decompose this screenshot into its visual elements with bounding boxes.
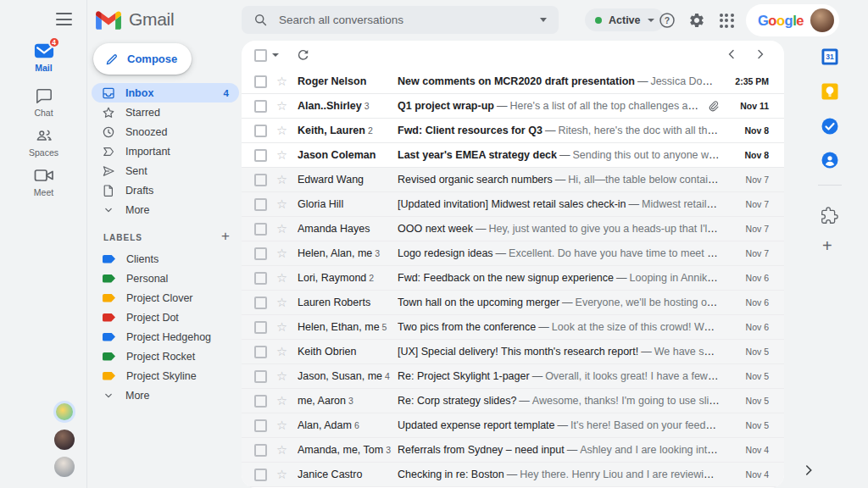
status-selector[interactable]: Active — [585, 8, 665, 31]
star-icon[interactable]: ☆ — [276, 223, 291, 236]
select-all-checkbox[interactable] — [254, 49, 267, 62]
star-icon[interactable]: ☆ — [276, 100, 291, 113]
sidebar-item-drafts[interactable]: Drafts — [92, 180, 239, 200]
older-page-button[interactable] — [754, 47, 769, 63]
email-row[interactable]: ☆Alan..Shirley3Q1 project wrap-up—Here's… — [242, 94, 784, 119]
contacts-button[interactable] — [821, 151, 839, 169]
compose-button[interactable]: Compose — [93, 43, 192, 75]
sidebar-item-inbox[interactable]: Inbox4 — [92, 83, 239, 103]
email-row[interactable]: ☆Helen, Alan, me3Logo redesign ideas—Exc… — [242, 241, 784, 266]
sidebar-item-snoozed[interactable]: Snoozed — [92, 122, 239, 141]
email-checkbox[interactable] — [254, 321, 267, 334]
subject-snippet-separator: — — [626, 198, 643, 210]
email-checkbox[interactable] — [254, 174, 267, 186]
star-icon[interactable]: ☆ — [276, 272, 291, 285]
email-row[interactable]: ☆Edward WangRevised organic search numbe… — [242, 168, 784, 192]
email-row[interactable]: ☆Helen, Ethan, me5Two pics from the conf… — [242, 315, 784, 340]
email-checkbox[interactable] — [254, 469, 267, 481]
star-icon[interactable]: ☆ — [276, 469, 291, 481]
email-row[interactable]: ☆Roger NelsonNew comments on MCR2020 dra… — [242, 69, 784, 94]
tasks-button[interactable] — [821, 117, 839, 136]
newer-page-button[interactable] — [725, 47, 740, 63]
email-checkbox[interactable] — [254, 346, 267, 358]
help-button[interactable]: ? — [658, 11, 676, 30]
expand-side-panel-button[interactable] — [801, 463, 816, 478]
star-icon[interactable]: ☆ — [276, 395, 291, 408]
star-icon[interactable]: ☆ — [276, 419, 291, 432]
get-addons-button[interactable] — [821, 207, 838, 225]
email-checkbox[interactable] — [254, 149, 267, 162]
star-icon[interactable]: ☆ — [276, 198, 291, 211]
google-apps-button[interactable] — [717, 11, 736, 30]
create-label-button[interactable]: + — [218, 230, 233, 245]
star-icon[interactable]: ☆ — [276, 346, 291, 358]
email-checkbox[interactable] — [254, 247, 267, 260]
email-checkbox[interactable] — [254, 75, 267, 88]
select-options-caret-icon[interactable] — [272, 53, 279, 57]
email-checkbox[interactable] — [254, 223, 267, 236]
search-input[interactable]: Search all conversations — [242, 6, 559, 34]
label-item-personal[interactable]: Personal — [92, 269, 239, 288]
label-item-project-rocket[interactable]: Project Rocket — [92, 347, 239, 366]
email-row[interactable]: ☆Janice CastroChecking in re: Boston—Hey… — [242, 463, 784, 487]
email-checkbox[interactable] — [254, 100, 267, 113]
email-row[interactable]: ☆Lauren RobertsTown hall on the upcoming… — [242, 291, 784, 315]
star-icon[interactable]: ☆ — [276, 149, 291, 162]
star-icon[interactable]: ☆ — [276, 247, 291, 260]
contact-avatar[interactable] — [53, 401, 75, 423]
contact-avatar[interactable] — [54, 457, 75, 477]
email-row[interactable]: ☆Keith, Lauren2Fwd: Client resources for… — [242, 119, 784, 143]
email-row[interactable]: ☆Keith Obrien[UX] Special delivery! This… — [242, 340, 784, 364]
email-checkbox[interactable] — [254, 444, 267, 457]
label-item-project-hedgehog[interactable]: Project Hedgehog — [92, 327, 239, 347]
email-checkbox[interactable] — [254, 272, 267, 285]
star-icon[interactable]: ☆ — [276, 370, 291, 383]
rail-item-mail[interactable]: 4Mail — [0, 42, 87, 73]
label-item-project-skyline[interactable]: Project Skyline — [92, 366, 239, 385]
star-icon[interactable]: ☆ — [276, 321, 291, 334]
email-row[interactable]: ☆Amanda HayesOOO next week—Hey, just wan… — [242, 217, 784, 241]
email-row[interactable]: ☆Lori, Raymond2Fwd: Feedback on the new … — [242, 266, 784, 291]
account-pill[interactable]: Google — [746, 4, 839, 36]
star-icon[interactable]: ☆ — [276, 297, 291, 309]
sidebar-item-starred[interactable]: Starred — [92, 103, 239, 122]
email-checkbox[interactable] — [254, 198, 267, 211]
folder-label: Starred — [125, 107, 160, 119]
keep-button[interactable] — [821, 82, 839, 101]
star-icon[interactable]: ☆ — [276, 75, 291, 88]
sidebar-item-sent[interactable]: Sent — [92, 161, 239, 180]
email-checkbox[interactable] — [254, 370, 267, 383]
label-item-project-dot[interactable]: Project Dot — [92, 308, 239, 327]
email-row[interactable]: ☆Jason ColemanLast year's EMEA strategy … — [242, 143, 784, 168]
email-checkbox[interactable] — [254, 419, 267, 432]
email-subject-snippet: [UX] Special delivery! This month's rese… — [398, 346, 720, 358]
email-checkbox[interactable] — [254, 297, 267, 309]
search-options-caret-icon[interactable] — [540, 18, 547, 22]
email-checkbox[interactable] — [254, 125, 267, 137]
add-panel-app-button[interactable]: + — [822, 237, 832, 254]
star-icon[interactable]: ☆ — [276, 125, 291, 137]
email-row[interactable]: ☆Alan, Adam6Updated expense report templ… — [242, 413, 784, 438]
email-row[interactable]: ☆Jason, Susan, me4Re: Project Skylight 1… — [242, 364, 784, 389]
email-date: Nov 5 — [726, 347, 769, 357]
contact-avatar[interactable] — [54, 430, 75, 450]
user-avatar[interactable] — [810, 8, 834, 32]
email-snippet: Hi, all—the table below contains the rev… — [568, 174, 720, 186]
label-item-project-clover[interactable]: Project Clover — [92, 288, 239, 308]
rail-item-chat[interactable]: Chat — [0, 86, 87, 118]
star-icon[interactable]: ☆ — [276, 444, 291, 457]
rail-item-meet[interactable]: Meet — [0, 166, 87, 197]
label-item-clients[interactable]: Clients — [92, 249, 239, 269]
email-row[interactable]: ☆Gloria Hill[Updated invitation] Midwest… — [242, 192, 784, 217]
email-row[interactable]: ☆me, Aaron3Re: Corp strategy slides?—Awe… — [242, 389, 784, 413]
sidebar-item-more[interactable]: More — [92, 200, 239, 219]
refresh-button[interactable] — [296, 47, 311, 63]
email-checkbox[interactable] — [254, 395, 267, 408]
label-item-more[interactable]: More — [92, 385, 239, 405]
calendar-button[interactable]: 31 — [821, 47, 839, 66]
settings-button[interactable] — [687, 11, 706, 30]
star-icon[interactable]: ☆ — [276, 174, 291, 186]
rail-item-spaces[interactable]: Spaces — [0, 126, 87, 158]
sidebar-item-important[interactable]: Important — [92, 141, 239, 161]
email-row[interactable]: ☆Amanda, me, Tom3Referrals from Sydney –… — [242, 438, 784, 463]
